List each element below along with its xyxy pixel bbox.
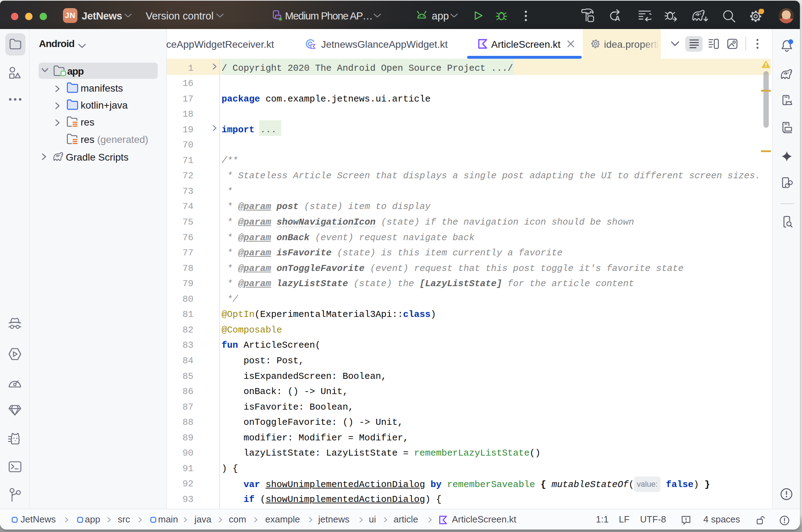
svg-text:A: A (615, 15, 620, 22)
